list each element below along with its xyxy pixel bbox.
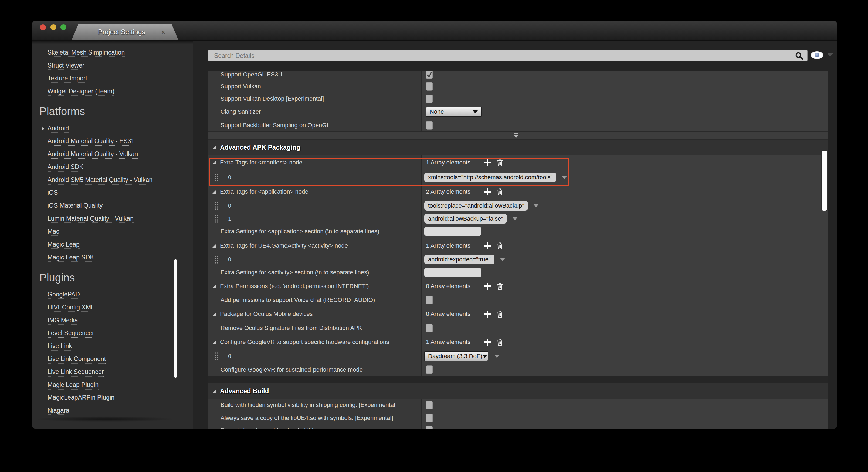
- delete-elements-icon[interactable]: [496, 310, 503, 319]
- delete-elements-icon[interactable]: [496, 188, 503, 197]
- add-element-icon[interactable]: [484, 338, 491, 346]
- expander-right-icon[interactable]: [41, 127, 44, 131]
- visibility-dropdown-icon[interactable]: [828, 54, 833, 57]
- sidebar-item[interactable]: Struct Viewer: [48, 62, 84, 70]
- value-combo-field[interactable]: xmlns:tools="http://schemas.android.com/…: [424, 173, 556, 182]
- sidebar-item[interactable]: Android SDK: [48, 164, 84, 172]
- sidebar-item[interactable]: Widget Designer (Team): [48, 88, 115, 96]
- array-item-row: 0tools:replace="android:allowBackup": [208, 199, 828, 212]
- row-expander-icon[interactable]: [212, 341, 216, 344]
- property-label: Extra Tags for <manifest> node: [220, 159, 302, 166]
- property-label: Remove Oculus Signature Files from Distr…: [220, 325, 362, 332]
- add-element-icon[interactable]: [484, 159, 491, 166]
- row-expander-icon[interactable]: [212, 161, 216, 165]
- sidebar-item[interactable]: Texture Import: [48, 75, 87, 83]
- delete-elements-icon[interactable]: [496, 338, 503, 347]
- select-value: Daydream (3.3 DoF): [428, 353, 482, 360]
- category-expander-icon[interactable]: [212, 389, 216, 393]
- add-element-icon[interactable]: [484, 311, 491, 318]
- text-input-field[interactable]: [424, 268, 481, 277]
- value-dropdown-icon[interactable]: [562, 176, 567, 179]
- value-dropdown-icon[interactable]: [533, 204, 539, 207]
- property-label: Extra Settings for <application> section…: [220, 228, 379, 235]
- sidebar-scrollbar-thumb[interactable]: [174, 259, 177, 378]
- details-panel: Support OpenGL ES3.1Support VulkanSuppor…: [193, 40, 837, 429]
- eye-visibility-icon[interactable]: [811, 51, 823, 59]
- sidebar-item[interactable]: Live Link Component: [48, 355, 106, 364]
- checkbox[interactable]: [426, 82, 433, 91]
- drag-handle-icon[interactable]: [215, 352, 218, 360]
- value-dropdown-icon[interactable]: [500, 258, 505, 261]
- checkbox[interactable]: [426, 121, 433, 129]
- text-input-field[interactable]: [424, 227, 481, 236]
- drag-handle-icon[interactable]: [215, 215, 218, 223]
- sidebar-item[interactable]: Lumin Material Quality - Vulkan: [48, 215, 133, 223]
- sidebar-item[interactable]: Live Link: [48, 343, 72, 351]
- expand-advanced-icon[interactable]: [513, 133, 519, 138]
- checkbox[interactable]: [426, 95, 433, 103]
- checkbox[interactable]: [426, 71, 433, 79]
- checkbox[interactable]: [426, 324, 433, 332]
- drag-handle-icon[interactable]: [215, 256, 218, 264]
- tab-project-settings[interactable]: Project Settings x: [71, 24, 178, 40]
- drag-handle-icon[interactable]: [215, 202, 218, 210]
- array-item-row: 0Daydream (3.3 DoF): [208, 350, 828, 363]
- details-scrollbar-track[interactable]: [825, 61, 825, 422]
- row-expander-icon[interactable]: [212, 313, 216, 316]
- checkbox[interactable]: [426, 414, 433, 422]
- row-expander-icon[interactable]: [212, 190, 216, 194]
- select-row: Clang SanitizerNone: [208, 105, 828, 118]
- sidebar-item[interactable]: Magic Leap: [48, 241, 80, 249]
- delete-elements-icon[interactable]: [496, 283, 503, 291]
- sidebar-item[interactable]: Magic Leap SDK: [48, 254, 94, 262]
- details-scroll-area: Support OpenGL ES3.1Support VulkanSuppor…: [208, 71, 828, 429]
- minimize-window-button[interactable]: [51, 24, 56, 30]
- value-select[interactable]: None: [426, 107, 482, 117]
- value-combo-field[interactable]: android:allowBackup="false": [424, 214, 507, 224]
- value-dropdown-icon[interactable]: [512, 217, 518, 220]
- sidebar-item[interactable]: iOS: [48, 189, 58, 197]
- value-dropdown-icon[interactable]: [494, 355, 500, 358]
- select-value: None: [430, 108, 444, 115]
- details-scrollbar-thumb[interactable]: [821, 150, 828, 211]
- sidebar-item[interactable]: Android: [48, 125, 69, 133]
- sidebar-item[interactable]: Magic Leap Plugin: [48, 381, 98, 390]
- value-select[interactable]: Daydream (3.3 DoF): [424, 351, 488, 361]
- sidebar-item[interactable]: Android SM5 Material Quality - Vulkan: [48, 176, 153, 185]
- sidebar-bottom-shadow: [35, 416, 175, 422]
- sidebar-item[interactable]: Level Sequencer: [48, 329, 94, 338]
- delete-elements-icon[interactable]: [496, 159, 503, 168]
- add-element-icon[interactable]: [484, 242, 491, 249]
- category-expander-icon[interactable]: [212, 146, 216, 149]
- sidebar-item[interactable]: GooglePAD: [48, 291, 80, 299]
- sidebar-item[interactable]: Skeletal Mesh Simplification: [48, 49, 125, 57]
- close-window-button[interactable]: [40, 24, 46, 30]
- checkbox[interactable]: [426, 426, 433, 429]
- sidebar-item[interactable]: Android Material Quality - Vulkan: [48, 150, 138, 159]
- tab-close-icon[interactable]: x: [162, 29, 165, 35]
- category-header: Advanced Build: [208, 383, 828, 399]
- sidebar-item[interactable]: Niagara: [48, 407, 69, 415]
- value-combo-field[interactable]: tools:replace="android:allowBackup": [424, 201, 528, 211]
- sidebar-item[interactable]: IMG Media: [48, 317, 78, 325]
- zoom-window-button[interactable]: [60, 24, 66, 30]
- row-expander-icon[interactable]: [212, 244, 216, 247]
- checkbox[interactable]: [426, 401, 433, 409]
- add-element-icon[interactable]: [484, 188, 491, 195]
- sidebar-item[interactable]: MagicLeapARPin Plugin: [48, 394, 115, 402]
- sidebar-item[interactable]: Android Material Quality - ES31: [48, 138, 134, 146]
- delete-elements-icon[interactable]: [496, 242, 503, 251]
- array-elements-count: 0 Array elements: [426, 311, 470, 318]
- add-element-icon[interactable]: [484, 283, 491, 290]
- checkbox[interactable]: [426, 296, 433, 304]
- sidebar-item[interactable]: Live Link Sequencer: [48, 368, 104, 377]
- search-input[interactable]: [208, 50, 808, 61]
- sidebar-item[interactable]: iOS Material Quality: [48, 202, 103, 210]
- row-expander-icon[interactable]: [212, 285, 216, 288]
- sidebar-item[interactable]: Mac: [48, 228, 59, 236]
- drag-handle-icon[interactable]: [215, 173, 218, 182]
- sidebar-item[interactable]: HIVEConfig XML: [48, 304, 94, 312]
- value-combo-field[interactable]: android:exported="true": [424, 255, 494, 264]
- settings-sidebar: Skeletal Mesh SimplificationStruct Viewe…: [32, 40, 193, 429]
- checkbox[interactable]: [426, 365, 433, 374]
